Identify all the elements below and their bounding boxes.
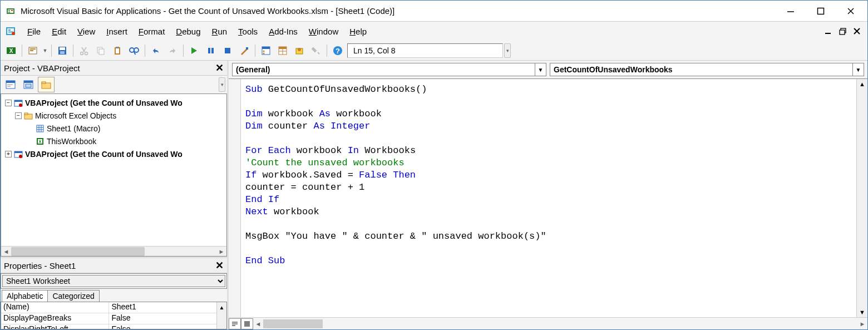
- object-dropdown[interactable]: (General) ▼: [232, 63, 546, 76]
- property-row[interactable]: DisplayPageBreaksFalse: [1, 313, 226, 324]
- properties-window-button[interactable]: [275, 43, 290, 58]
- tree-row-vbaproject-1[interactable]: − VBAProject (Get the Count of Unsaved W…: [2, 96, 225, 109]
- chevron-down-icon: ▼: [535, 63, 546, 76]
- properties-grid[interactable]: (Name)Sheet1DisplayPageBreaksFalseDispla…: [1, 302, 227, 329]
- object-browser-button[interactable]: [292, 43, 307, 58]
- view-excel-button[interactable]: X: [4, 43, 18, 58]
- menu-add-ins[interactable]: Add-Ins: [263, 24, 303, 38]
- reset-button[interactable]: [220, 43, 235, 58]
- code-editor[interactable]: Sub GetCountOfUnsavedWorkbooks() Dim wor…: [241, 79, 856, 317]
- help-button[interactable]: ?: [331, 43, 345, 58]
- collapse-icon[interactable]: −: [15, 112, 22, 119]
- redo-button[interactable]: [165, 43, 180, 58]
- tab-alphabetic[interactable]: Alphabetic: [2, 290, 48, 302]
- cut-button[interactable]: [77, 43, 91, 58]
- minimize-button[interactable]: [785, 6, 796, 17]
- menu-tools[interactable]: Tools: [233, 24, 263, 38]
- properties-object-selector[interactable]: Sheet1 Worksheet: [2, 275, 225, 287]
- tree-row-thisworkbook[interactable]: X ThisWorkbook: [2, 135, 225, 147]
- menu-edit[interactable]: Edit: [46, 24, 72, 38]
- project-explorer-button[interactable]: [259, 43, 273, 58]
- scroll-down-icon[interactable]: ▼: [857, 307, 867, 317]
- code-margin: [229, 79, 241, 317]
- procedure-dropdown[interactable]: GetCountOfUnsavedWorkbooks ▼: [550, 63, 864, 76]
- property-name: DisplayRightToLeft: [1, 324, 109, 329]
- tree-label: Sheet1 (Macro): [47, 124, 100, 133]
- project-tree[interactable]: − VBAProject (Get the Count of Unsaved W…: [1, 93, 227, 257]
- mdi-close-button[interactable]: [852, 26, 862, 36]
- view-code-button[interactable]: [2, 77, 19, 92]
- tree-row-vbaproject-2[interactable]: + VBAProject (Get the Count of Unsaved W…: [2, 147, 225, 160]
- property-value[interactable]: Sheet1: [109, 302, 226, 313]
- property-row[interactable]: DisplayRightToLeftFalse: [1, 324, 226, 329]
- paste-button[interactable]: [110, 43, 125, 58]
- svg-rect-49: [6, 81, 15, 83]
- undo-button[interactable]: [149, 43, 163, 58]
- menu-view[interactable]: View: [72, 24, 101, 38]
- tab-categorized[interactable]: Categorized: [47, 290, 100, 302]
- scroll-left-icon[interactable]: ◄: [253, 319, 263, 329]
- maximize-button[interactable]: [815, 6, 826, 17]
- folder-icon: [23, 112, 33, 120]
- project-explorer-header: Project - VBAProject ✕: [1, 61, 227, 76]
- code-horizontal-scrollbar[interactable]: ◄ ►: [253, 319, 867, 329]
- project-toolbar-overflow[interactable]: ▾: [219, 77, 225, 92]
- property-value[interactable]: False: [109, 313, 226, 324]
- toolbox-button[interactable]: [309, 43, 323, 58]
- scroll-right-icon[interactable]: ►: [857, 319, 867, 329]
- mdi-restore-button[interactable]: [837, 26, 847, 36]
- vba-menu-icon[interactable]: [4, 24, 17, 38]
- expand-icon[interactable]: +: [5, 151, 12, 157]
- scroll-left-icon[interactable]: ◄: [1, 247, 11, 257]
- svg-text:?: ?: [336, 47, 340, 55]
- menu-run[interactable]: Run: [206, 24, 233, 38]
- full-module-view-button[interactable]: [241, 318, 253, 329]
- scroll-right-icon[interactable]: ►: [216, 247, 226, 257]
- break-button[interactable]: [204, 43, 218, 58]
- toolbar-overflow[interactable]: ▾: [504, 43, 511, 58]
- properties-close-button[interactable]: ✕: [214, 260, 225, 271]
- tree-row-excel-objects[interactable]: − Microsoft Excel Objects: [2, 109, 225, 122]
- menu-format[interactable]: Format: [133, 24, 171, 38]
- svg-rect-54: [26, 84, 31, 87]
- tree-label: ThisWorkbook: [47, 137, 96, 146]
- insert-button[interactable]: [26, 43, 40, 58]
- design-mode-button[interactable]: [237, 43, 251, 58]
- workbook-icon: X: [35, 137, 45, 146]
- menu-help[interactable]: Help: [344, 24, 372, 38]
- menu-file[interactable]: File: [22, 24, 46, 38]
- menu-window[interactable]: Window: [303, 24, 344, 38]
- property-row[interactable]: (Name)Sheet1: [1, 302, 226, 313]
- svg-rect-23: [60, 47, 65, 50]
- mdi-controls: [823, 26, 864, 36]
- find-button[interactable]: [127, 43, 141, 58]
- view-object-button[interactable]: [20, 77, 37, 92]
- properties-header: Properties - Sheet1 ✕: [1, 258, 227, 273]
- menu-insert[interactable]: Insert: [101, 24, 133, 38]
- svg-rect-2: [8, 10, 10, 11]
- svg-rect-41: [279, 47, 287, 49]
- project-explorer-close-button[interactable]: ✕: [214, 62, 225, 73]
- tree-horizontal-scrollbar[interactable]: ◄ ►: [1, 246, 226, 256]
- tree-label: VBAProject (Get the Count of Unsaved Wo: [25, 98, 183, 107]
- menu-debug[interactable]: Debug: [170, 24, 206, 38]
- insert-dropdown[interactable]: ▼: [42, 48, 48, 53]
- project-icon: [13, 98, 23, 107]
- properties-scrollbar[interactable]: ▲: [216, 302, 226, 329]
- save-button[interactable]: [55, 43, 70, 58]
- procedure-view-button[interactable]: [229, 318, 241, 329]
- copy-button[interactable]: [93, 43, 108, 58]
- svg-rect-32: [208, 48, 210, 53]
- run-button[interactable]: [187, 43, 201, 58]
- toggle-folders-button[interactable]: [38, 77, 55, 92]
- svg-rect-61: [24, 113, 28, 115]
- scroll-up-icon[interactable]: ▲: [857, 79, 867, 89]
- svg-point-72: [19, 155, 22, 158]
- code-vertical-scrollbar[interactable]: ▲ ▼: [856, 79, 867, 317]
- mdi-minimize-button[interactable]: [823, 26, 833, 36]
- collapse-icon[interactable]: −: [5, 100, 12, 106]
- tree-row-sheet1[interactable]: Sheet1 (Macro): [2, 122, 225, 135]
- close-button[interactable]: [845, 6, 856, 17]
- svg-rect-20: [30, 48, 36, 50]
- property-value[interactable]: False: [109, 324, 226, 329]
